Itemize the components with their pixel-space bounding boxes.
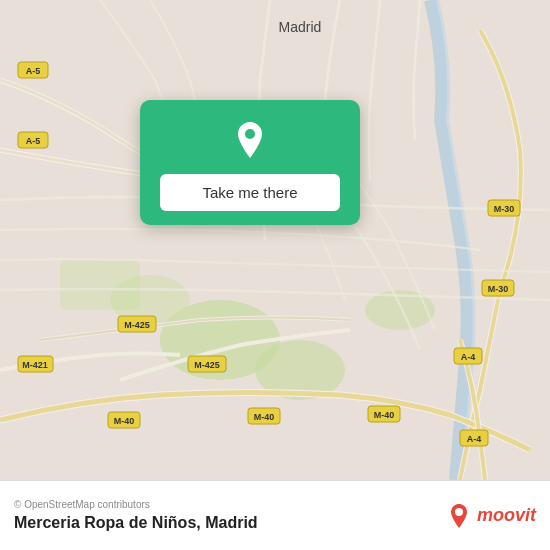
road-label-a4-1: A-4 xyxy=(461,352,476,362)
road-label-a5-w: A-5 xyxy=(26,136,41,146)
city-label: Madrid xyxy=(279,19,322,35)
road-label-m30-1: M-30 xyxy=(494,204,515,214)
svg-rect-4 xyxy=(60,260,140,310)
location-card: Take me there xyxy=(140,100,360,225)
moovit-logo: moovit xyxy=(445,502,536,530)
road-label-m425: M-425 xyxy=(124,320,150,330)
map-container: A-5 A-5 M-425 M-425 M-421 M-40 M-40 M-40… xyxy=(0,0,550,480)
road-label-m40-1: M-40 xyxy=(114,416,135,426)
svg-point-19 xyxy=(455,508,463,516)
take-me-there-button[interactable]: Take me there xyxy=(160,174,340,211)
road-label-m40-3: M-40 xyxy=(374,410,395,420)
road-label-m425-s: M-425 xyxy=(194,360,220,370)
location-pin-icon xyxy=(228,118,272,162)
road-label-m40-2: M-40 xyxy=(254,412,275,422)
moovit-pin-icon xyxy=(445,502,473,530)
moovit-brand-name: moovit xyxy=(477,505,536,526)
bottom-bar: © OpenStreetMap contributors Merceria Ro… xyxy=(0,480,550,550)
road-label-a4-2: A-4 xyxy=(467,434,482,444)
svg-point-18 xyxy=(245,129,255,139)
road-label-m30-2: M-30 xyxy=(488,284,509,294)
road-label-a5-nw: A-5 xyxy=(26,66,41,76)
road-label-m421: M-421 xyxy=(22,360,48,370)
